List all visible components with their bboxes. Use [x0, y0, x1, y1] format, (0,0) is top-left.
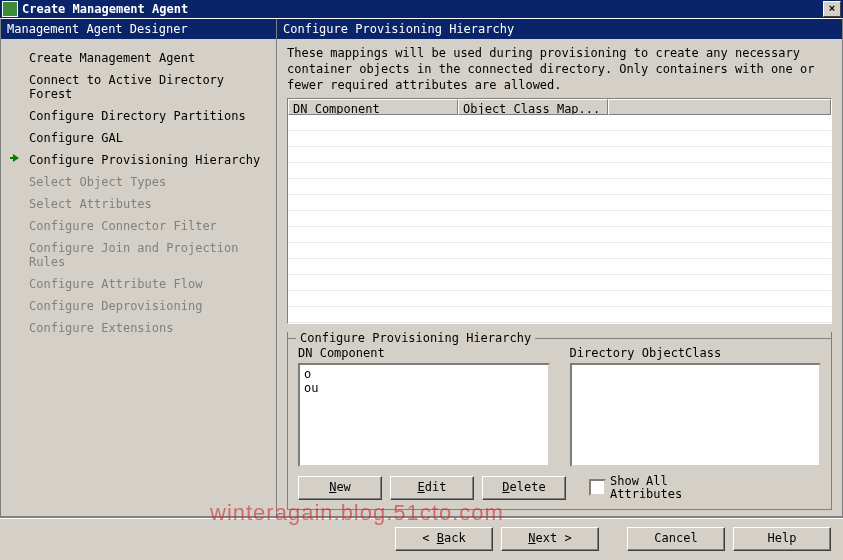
titlebar: Create Management Agent × [0, 0, 843, 18]
provisioning-groupbox: Configure Provisioning Hierarchy DN Comp… [287, 332, 832, 510]
right-header: Configure Provisioning Hierarchy [277, 19, 842, 39]
show-all-label: Show All Attributes [610, 475, 682, 501]
dn-component-list[interactable]: o ou [298, 363, 550, 467]
list-item[interactable]: ou [304, 381, 544, 395]
dn-component-label: DN Component [298, 346, 550, 360]
step-join-projection: Configure Join and Projection Rules [5, 237, 272, 273]
col-object-class-map[interactable]: Object Class Map... [458, 99, 608, 115]
step-object-types: Select Object Types [5, 171, 272, 193]
wizard-footer: < Back Next > Cancel Help [0, 517, 843, 560]
delete-button[interactable]: Delete [482, 476, 566, 500]
new-button[interactable]: New [298, 476, 382, 500]
right-body: These mappings will be used during provi… [277, 39, 842, 516]
left-panel: Management Agent Designer Create Managem… [1, 19, 276, 516]
back-button[interactable]: < Back [395, 527, 493, 551]
dn-component-column: DN Component o ou [298, 346, 550, 467]
objectclass-label: Directory ObjectClass [570, 346, 822, 360]
col-dn-component[interactable]: DN Component [288, 99, 458, 115]
objectclass-list[interactable] [570, 363, 822, 467]
left-header: Management Agent Designer [1, 19, 276, 39]
step-extensions: Configure Extensions [5, 317, 272, 339]
show-all-attributes[interactable]: Show All Attributes [589, 475, 682, 501]
help-button[interactable]: Help [733, 527, 831, 551]
step-directory-partitions[interactable]: Configure Directory Partitions [5, 105, 272, 127]
cancel-button[interactable]: Cancel [627, 527, 725, 551]
wizard-steps: Create Management Agent Connect to Activ… [1, 39, 276, 347]
table-body-empty[interactable] [288, 115, 831, 323]
table-header: DN Component Object Class Map... [288, 99, 831, 115]
right-panel: Configure Provisioning Hierarchy These m… [276, 19, 842, 516]
description-text: These mappings will be used during provi… [287, 45, 832, 94]
app-icon [2, 1, 18, 17]
step-create-ma[interactable]: Create Management Agent [5, 47, 272, 69]
col-spacer [608, 99, 831, 115]
window: Create Management Agent × Management Age… [0, 0, 843, 560]
step-attribute-flow: Configure Attribute Flow [5, 273, 272, 295]
edit-button[interactable]: Edit [390, 476, 474, 500]
list-item[interactable]: o [304, 367, 544, 381]
step-connect-adf[interactable]: Connect to Active Directory Forest [5, 69, 272, 105]
mappings-table[interactable]: DN Component Object Class Map... [287, 98, 832, 324]
step-deprovisioning: Configure Deprovisioning [5, 295, 272, 317]
window-title: Create Management Agent [22, 0, 821, 18]
groupbox-legend: Configure Provisioning Hierarchy [296, 331, 535, 345]
next-button[interactable]: Next > [501, 527, 599, 551]
close-button[interactable]: × [823, 1, 841, 17]
show-all-checkbox[interactable] [589, 479, 606, 496]
groupbox-button-row: New Edit Delete Show All Attributes [298, 475, 821, 501]
step-connector-filter: Configure Connector Filter [5, 215, 272, 237]
window-controls: × [821, 1, 841, 17]
step-provisioning-hierarchy[interactable]: Configure Provisioning Hierarchy [5, 149, 272, 171]
step-configure-gal[interactable]: Configure GAL [5, 127, 272, 149]
content: Management Agent Designer Create Managem… [0, 18, 843, 517]
objectclass-column: Directory ObjectClass [570, 346, 822, 467]
step-select-attributes: Select Attributes [5, 193, 272, 215]
